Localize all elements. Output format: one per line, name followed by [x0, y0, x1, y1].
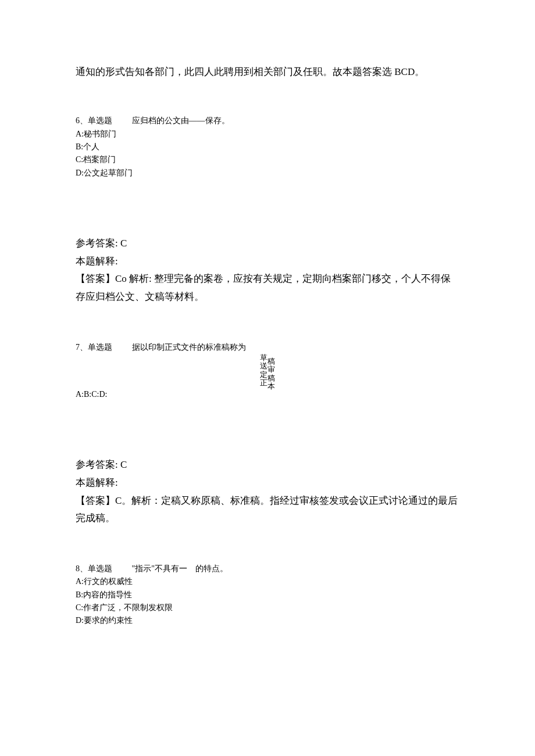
q7-number: 7、单选题 — [76, 343, 112, 352]
question-7: 7、单选题 据以印制正式文件的标准稿称为 草稿 送审 定稿 正本 A:B:C:D… — [76, 341, 459, 402]
q7-opt-r4a: 正 — [260, 379, 268, 387]
q6-explain-label: 本题解释: — [76, 253, 459, 271]
q6-text: 应归档的公文由――保存。 — [132, 116, 230, 125]
q6-explanation: 【答案】Co 解析: 整理完备的案卷，应按有关规定，定期向档案部门移交，个人不得… — [76, 270, 459, 306]
q8-option-d: D:要求的约束性 — [76, 614, 459, 627]
q7-text: 据以印制正式文件的标准稿称为 — [132, 343, 246, 352]
q7-opt-r3a: 定 — [260, 371, 268, 379]
q6-answer-label: 参考答案: C — [76, 235, 459, 253]
question-6: 6、单选题 应归档的公文由――保存。 A:秘书部门 B:个人 C:档案部门 D:… — [76, 114, 459, 180]
q6-option-a: A:秘书部门 — [76, 128, 459, 141]
q7-opt-r2a: 送 — [260, 362, 268, 370]
q8-number: 8、单选题 — [76, 564, 112, 573]
q7-opt-r4b: 本 — [268, 382, 275, 390]
q6-option-d: D:公文起草部门 — [76, 167, 459, 180]
q8-option-c: C:作者广泛，不限制发权限 — [76, 601, 459, 614]
q6-option-b: B:个人 — [76, 141, 459, 153]
q6-number: 6、单选题 — [76, 116, 112, 125]
q7-opt-r2b: 审 — [268, 366, 275, 374]
q7-explanation: 【答案】C。解析：定稿又称原稿、标准稿。指经过审核签发或会议正式讨论通过的最后完… — [76, 492, 459, 528]
q7-opt-r1b: 稿 — [268, 357, 275, 366]
q7-opt-r1a: 草 — [260, 354, 268, 362]
q6-answer-block: 参考答案: C 本题解释: 【答案】Co 解析: 整理完备的案卷，应按有关规定，… — [76, 235, 459, 306]
previous-question-continuation: 通知的形式告知各部门，此四人此聘用到相关部门及任职。故本题答案选 BCD。 — [76, 64, 459, 80]
q7-explain-label: 本题解释: — [76, 474, 459, 492]
q7-options: 草稿 送审 定稿 正本 — [76, 354, 459, 387]
q7-answer-block: 参考答案: C 本题解释: 【答案】C。解析：定稿又称原稿、标准稿。指经过审核签… — [76, 456, 459, 527]
q6-option-c: C:档案部门 — [76, 153, 459, 166]
q8-text: "指示"不具有一 的特点。 — [132, 564, 228, 573]
q8-option-b: B:内容的指导性 — [76, 589, 459, 601]
question-8: 8、单选题 "指示"不具有一 的特点。 A:行文的权威性 B:内容的指导性 C:… — [76, 562, 459, 628]
q7-opt-r3b: 稿 — [268, 374, 275, 382]
q8-option-a: A:行文的权威性 — [76, 575, 459, 588]
q7-answer-label: 参考答案: C — [76, 456, 459, 474]
